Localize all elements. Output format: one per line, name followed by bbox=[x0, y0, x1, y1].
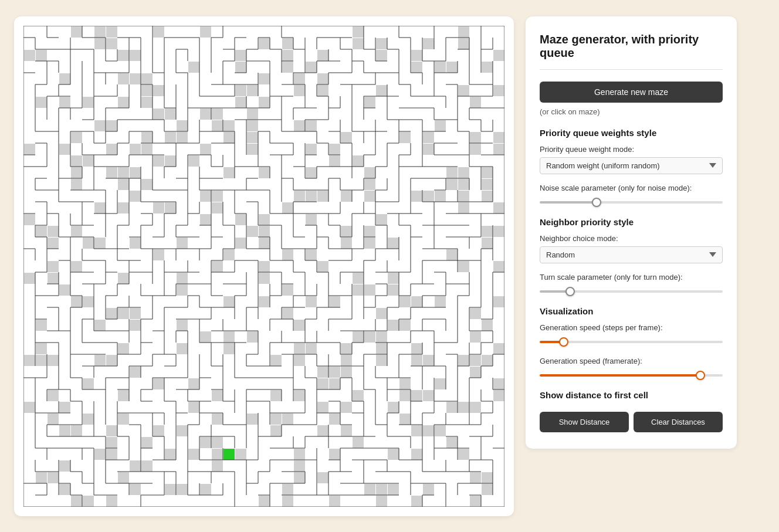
noise-scale-slider[interactable] bbox=[540, 201, 723, 204]
gen-speed-label: Generation speed (steps per frame): bbox=[540, 323, 723, 332]
bottom-buttons: Show Distance Clear Distances bbox=[540, 412, 723, 432]
gen-speed-slider[interactable] bbox=[540, 341, 723, 343]
turn-scale-slider[interactable] bbox=[540, 290, 723, 293]
clear-distances-button[interactable]: Clear Distances bbox=[634, 412, 723, 432]
maze-canvas-element[interactable] bbox=[23, 26, 504, 507]
noise-scale-container: Noise scale parameter (only for noise mo… bbox=[540, 184, 723, 205]
priority-section: Priority queue weights style Priority qu… bbox=[540, 128, 723, 205]
priority-section-title: Priority queue weights style bbox=[540, 128, 723, 138]
noise-label: Noise scale parameter (only for noise mo… bbox=[540, 184, 723, 192]
control-panel: Maze generator, with priority queue Gene… bbox=[526, 16, 737, 449]
maze-canvas[interactable] bbox=[23, 26, 504, 507]
main-container: Maze generator, with priority queue Gene… bbox=[14, 16, 765, 516]
panel-title: Maze generator, with priority queue bbox=[540, 33, 723, 60]
divider bbox=[540, 69, 723, 70]
generate-button[interactable]: Generate new maze bbox=[540, 82, 723, 103]
weight-label: Priority queue weight mode: bbox=[540, 145, 723, 154]
framerate-slider[interactable] bbox=[540, 374, 723, 377]
choice-label: Neighbor choice mode: bbox=[540, 234, 723, 243]
neighbor-section-title: Neighbor priority style bbox=[540, 217, 723, 227]
turn-scale-container: Turn scale parameter (only for turn mode… bbox=[540, 273, 723, 294]
show-distance-button[interactable]: Show Distance bbox=[540, 412, 629, 432]
framerate-container: Generation speed (framerate): bbox=[540, 357, 723, 378]
distance-section: Show distance to first cell bbox=[540, 390, 723, 400]
framerate-label: Generation speed (framerate): bbox=[540, 357, 723, 365]
neighbor-section: Neighbor priority style Neighbor choice … bbox=[540, 217, 723, 294]
weight-mode-select[interactable]: Random weight (uniform random) Noise wei… bbox=[540, 157, 723, 174]
neighbor-choice-select[interactable]: Random Turn preference Straight preferen… bbox=[540, 246, 723, 263]
visualization-section-title: Visualization bbox=[540, 306, 723, 316]
maze-panel bbox=[14, 16, 514, 516]
visualization-section: Visualization Generation speed (steps pe… bbox=[540, 306, 723, 378]
gen-speed-container: Generation speed (steps per frame): bbox=[540, 323, 723, 345]
distance-section-title: Show distance to first cell bbox=[540, 390, 723, 400]
turn-label: Turn scale parameter (only for turn mode… bbox=[540, 273, 723, 282]
click-hint: (or click on maze) bbox=[540, 107, 723, 116]
